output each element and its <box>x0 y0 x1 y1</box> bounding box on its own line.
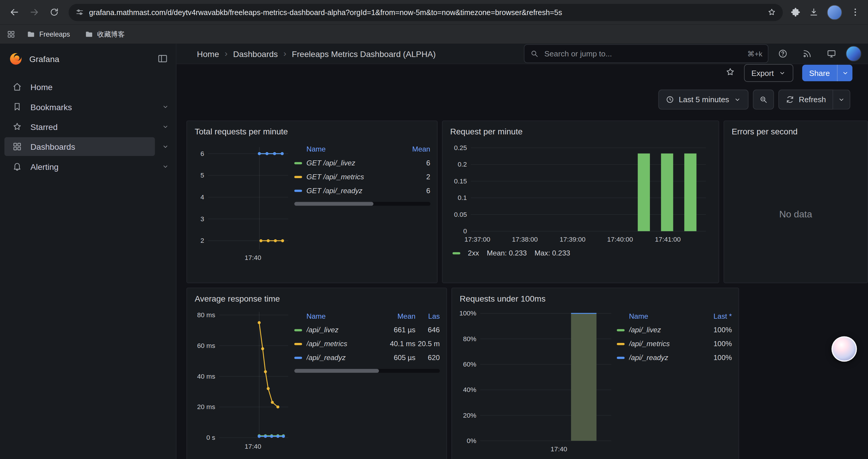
request-per-minute-chart[interactable]: 0.250.20.150.10.05017:37:0017:38:0017:39… <box>449 139 709 246</box>
grafana-logo[interactable] <box>9 52 23 66</box>
legend-table: Name Last * /api/_livez 100% <box>614 306 732 455</box>
breadcrumb-current: Freeleaps Metrics Dashboard (ALPHA) <box>292 49 436 59</box>
browser-actions <box>787 5 864 20</box>
chevron-down-icon <box>778 69 786 77</box>
legend-scrollbar[interactable] <box>294 369 440 373</box>
series-name[interactable]: GET /api/_readyz <box>306 186 399 195</box>
legend-col-last[interactable]: Last * <box>701 312 732 320</box>
brand-name: Grafana <box>29 54 59 64</box>
svg-text:17:40: 17:40 <box>550 446 567 453</box>
requests-under-100ms-chart[interactable]: 100%80%60%40%20%0%17:40 <box>459 306 613 455</box>
series-name[interactable]: 2xx <box>468 249 479 257</box>
panel-title[interactable]: Total requests per minute <box>195 127 430 136</box>
browser-profile-avatar[interactable] <box>827 5 842 20</box>
kiosk-button[interactable] <box>822 44 841 64</box>
legend-col-last[interactable]: Las <box>415 312 440 320</box>
sidebar: Grafana Home Bookmarks <box>0 44 176 459</box>
average-response-time-chart[interactable]: 80 ms60 ms40 ms20 ms0 s17:40 <box>193 306 291 452</box>
series-name[interactable]: /api/_readyz <box>629 354 701 362</box>
dashboard-actions: Export Share <box>176 64 868 82</box>
series-mean: 6 <box>399 159 430 167</box>
legend-col-mean[interactable]: Mean <box>399 145 430 153</box>
series-name[interactable]: /api/_readyz <box>306 354 384 362</box>
svg-text:80%: 80% <box>463 335 476 342</box>
back-button[interactable] <box>4 2 24 22</box>
legend: 2xx Mean: 0.233 Max: 0.233 <box>449 249 712 257</box>
legend-col-mean[interactable]: Mean <box>384 312 415 320</box>
site-settings-icon[interactable] <box>75 8 84 17</box>
bookmark-star-icon[interactable] <box>767 8 776 17</box>
series-mean: 6 <box>399 186 430 195</box>
share-menu-button[interactable] <box>837 65 852 81</box>
svg-text:20%: 20% <box>463 412 476 419</box>
scrollbar-thumb[interactable] <box>294 202 373 205</box>
sidebar-toggle-icon[interactable] <box>157 53 168 64</box>
sidebar-item-starred[interactable]: Starred <box>0 117 176 136</box>
assistant-avatar[interactable] <box>831 336 857 362</box>
sidebar-item-home[interactable]: Home <box>0 77 176 96</box>
breadcrumb-dashboards[interactable]: Dashboards <box>233 49 278 59</box>
legend-scrollbar[interactable] <box>294 202 430 205</box>
breadcrumb-home[interactable]: Home <box>197 49 219 59</box>
refresh-label: Refresh <box>799 95 826 104</box>
panel-title[interactable]: Average response time <box>195 294 440 303</box>
legend-col-name[interactable]: Name <box>294 312 384 320</box>
sidebar-item-label: Dashboards <box>30 142 75 151</box>
breadcrumb-separator: › <box>283 49 286 59</box>
bookmark-folder-blogs[interactable]: 收藏博客 <box>80 28 129 41</box>
svg-text:0 s: 0 s <box>206 434 215 441</box>
forward-button[interactable] <box>24 2 44 22</box>
series-last: 100% <box>701 326 732 334</box>
reload-button[interactable] <box>44 2 64 22</box>
search-box[interactable]: ⌘+k <box>524 44 769 63</box>
sidebar-header: Grafana <box>0 44 176 73</box>
panel-title[interactable]: Errors per second <box>732 127 861 136</box>
legend-table: Name Mean Las /api/_livez 661 µs 646 <box>291 306 440 452</box>
panel-requests-under-100ms: Requests under 100ms 100%80%60%40%20%0%1… <box>452 288 739 459</box>
forward-icon <box>29 6 39 18</box>
favorite-dashboard-button[interactable] <box>725 67 735 79</box>
help-button[interactable] <box>773 44 793 64</box>
chevron-down-icon[interactable] <box>162 103 169 110</box>
browser-menu-icon[interactable] <box>850 7 860 17</box>
sidebar-item-dashboards[interactable]: Dashboards <box>0 137 176 156</box>
chevron-down-icon[interactable] <box>162 123 169 131</box>
panel-title[interactable]: Requests under 100ms <box>460 294 732 303</box>
legend-col-name[interactable]: Name <box>617 312 701 320</box>
series-last: 100% <box>701 354 732 362</box>
time-range-picker[interactable]: Last 5 minutes <box>658 90 748 109</box>
scrollbar-thumb[interactable] <box>294 369 379 373</box>
bell-icon <box>12 162 22 172</box>
chevron-down-icon[interactable] <box>162 163 169 170</box>
help-icon <box>778 49 788 59</box>
share-button[interactable]: Share <box>802 65 837 81</box>
series-name[interactable]: /api/_metrics <box>629 340 701 348</box>
series-name[interactable]: /api/_livez <box>306 326 384 334</box>
refresh-interval-button[interactable] <box>833 90 850 109</box>
legend-col-name[interactable]: Name <box>294 145 399 153</box>
total-requests-chart[interactable]: 6543217:40 <box>193 139 291 264</box>
series-name[interactable]: GET /api/_livez <box>306 159 399 167</box>
extensions-icon[interactable] <box>790 7 801 17</box>
user-avatar[interactable] <box>846 46 861 61</box>
sidebar-item-bookmarks[interactable]: Bookmarks <box>0 97 176 117</box>
zoom-out-button[interactable] <box>753 90 774 109</box>
app-header: Home › Dashboards › Freeleaps Metrics Da… <box>176 44 868 64</box>
apps-grid-icon[interactable] <box>6 30 16 39</box>
refresh-split-button: Refresh <box>778 90 850 109</box>
export-button[interactable]: Export <box>744 64 793 82</box>
series-name[interactable]: /api/_livez <box>629 326 701 334</box>
downloads-icon[interactable] <box>809 7 819 17</box>
refresh-button[interactable]: Refresh <box>778 90 833 109</box>
search-input[interactable] <box>543 49 747 59</box>
url-bar[interactable]: grafana.mathmast.com/d/deytv4rwavabkb/fr… <box>68 4 783 21</box>
sidebar-item-alerting[interactable]: Alerting <box>0 157 176 176</box>
series-name[interactable]: GET /api/_metrics <box>306 172 399 181</box>
time-range-label: Last 5 minutes <box>679 95 729 104</box>
bookmark-folder-freeleaps[interactable]: Freeleaps <box>22 28 74 40</box>
url-text[interactable]: grafana.mathmast.com/d/deytv4rwavabkb/fr… <box>89 8 762 16</box>
chevron-down-icon[interactable] <box>162 143 169 150</box>
news-button[interactable] <box>797 44 817 64</box>
series-name[interactable]: /api/_metrics <box>306 340 384 348</box>
panel-title[interactable]: Request per minute <box>450 127 712 136</box>
